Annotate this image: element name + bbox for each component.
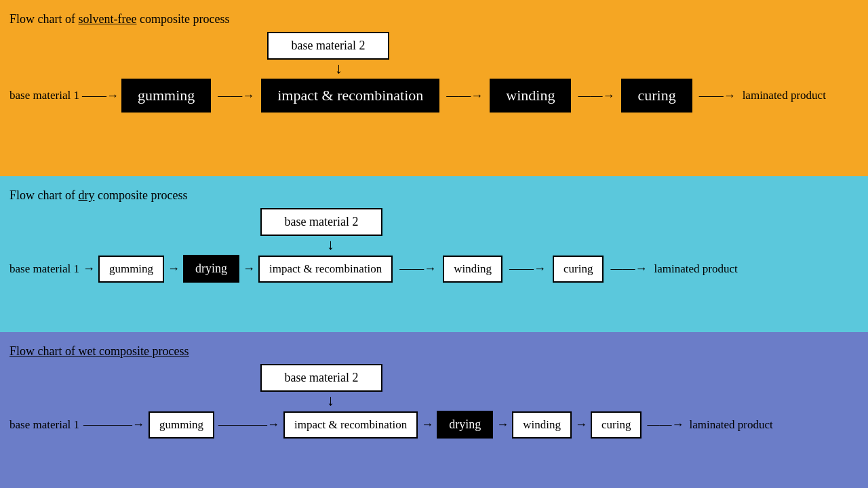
section1-title-suffix: composite process <box>136 12 229 26</box>
section1-impact-box: impact & recombination <box>261 79 439 113</box>
section1-curing-box: curing <box>621 79 692 113</box>
section3-title-prefix: Flow chart of <box>9 344 78 358</box>
section2-curing-box: curing <box>553 256 604 283</box>
section3-drying-box: drying <box>437 411 493 439</box>
section3-arrow4: → <box>496 418 509 432</box>
section3-title-underline: wet <box>78 344 96 358</box>
section1-base1-label: base material 1 <box>9 89 79 102</box>
section3-arrow5: → <box>575 418 587 432</box>
section3-title: Flow chart of wet composite process <box>9 344 859 359</box>
section3-gumming-box: gumming <box>149 411 214 439</box>
section1-title: Flow chart of solvent-free composite pro… <box>9 12 859 26</box>
section1-title-prefix: Flow chart of <box>9 12 78 26</box>
section3-base1-label: base material 1 <box>9 418 79 432</box>
section3-arrow1: ————→ <box>83 418 144 432</box>
section3-winding-box: winding <box>512 411 572 439</box>
section2-title-suffix: composite process <box>94 188 187 202</box>
section2-title: Flow chart of dry composite process <box>9 188 859 203</box>
section-dry: Flow chart of dry composite process base… <box>0 176 868 332</box>
section2-title-prefix: Flow chart of <box>9 188 78 202</box>
section3-arrow6: ——→ <box>647 418 684 432</box>
section2-arrow2: → <box>167 262 180 276</box>
section2-arrow-down: ↓ <box>327 237 859 252</box>
section2-arrow3: → <box>243 262 255 276</box>
section1-arrow1: ——→ <box>82 89 119 103</box>
section1-arrow2: ——→ <box>218 89 254 103</box>
section2-product-label: laminated product <box>654 262 737 276</box>
section2-arrow4: ——→ <box>399 262 436 276</box>
section2-drying-box: drying <box>183 255 239 283</box>
section3-base2-box: base material 2 <box>260 364 382 392</box>
section1-title-underline: solvent-free <box>78 12 136 26</box>
section2-impact-box: impact & recombination <box>258 256 393 283</box>
section1-arrow-down: ↓ <box>335 61 859 76</box>
section3-title-suffix: composite process <box>96 344 189 358</box>
section2-base2-box: base material 2 <box>260 208 382 236</box>
section1-main-flow: base material 1 ——→ gumming ——→ impact &… <box>9 79 859 113</box>
section2-base1-label: base material 1 <box>9 262 79 276</box>
section1-arrow4: ——→ <box>578 89 614 103</box>
section2-arrow6: ——→ <box>610 262 647 276</box>
section2-title-underline: dry <box>78 188 94 202</box>
section1-winding-box: winding <box>490 79 571 113</box>
section2-winding-box: winding <box>443 256 502 283</box>
section3-arrow3: → <box>421 418 433 432</box>
section3-arrow2: ————→ <box>218 418 279 432</box>
section1-product-label: laminated product <box>743 89 826 102</box>
section3-curing-box: curing <box>591 411 642 439</box>
section1-arrow5: ——→ <box>699 89 736 103</box>
section3-main-flow: base material 1 ————→ gumming ————→ impa… <box>9 411 859 439</box>
section-solvent-free: Flow chart of solvent-free composite pro… <box>0 0 868 176</box>
section3-arrow-down: ↓ <box>327 393 859 408</box>
section3-product-label: laminated product <box>689 418 772 432</box>
section2-main-flow: base material 1 → gumming → drying → imp… <box>9 255 859 283</box>
section1-base2-box: base material 2 <box>267 32 389 60</box>
section2-arrow5: ——→ <box>509 262 546 276</box>
section1-gumming-box: gumming <box>121 79 211 113</box>
section2-gumming-box: gumming <box>98 256 164 283</box>
section3-title-wrap: Flow chart of wet composite process <box>9 344 189 358</box>
section2-arrow1: → <box>83 262 95 276</box>
section1-arrow3: ——→ <box>446 89 483 103</box>
section-wet: Flow chart of wet composite process base… <box>0 332 868 488</box>
section3-impact-box: impact & recombination <box>283 411 418 439</box>
